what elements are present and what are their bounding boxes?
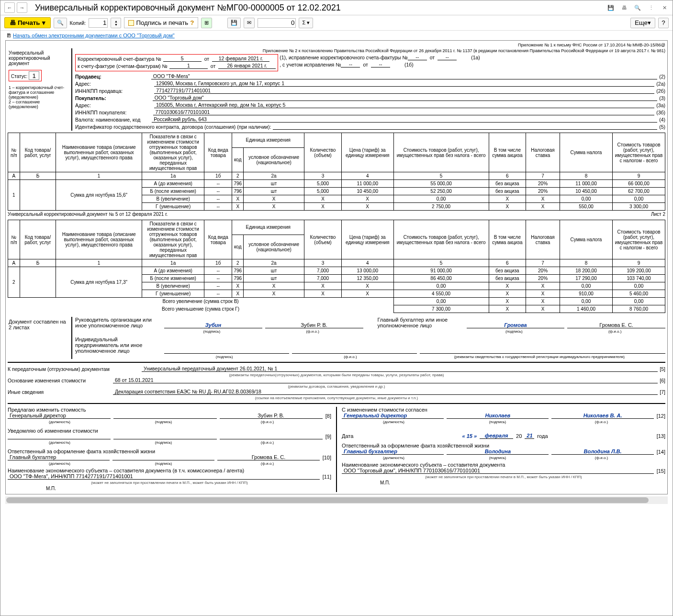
help-button[interactable]: ?	[658, 18, 669, 28]
status-legend: 1 – корректировочный счет-фактура и согл…	[9, 85, 68, 109]
amount-input[interactable]	[258, 18, 296, 28]
more-button[interactable]: Еще ▾	[630, 18, 655, 28]
preview-icon[interactable]: 🔍	[633, 3, 642, 12]
copies-stepper[interactable]: ▲▼	[111, 18, 121, 28]
seller-label: Продавец:	[75, 74, 103, 79]
seller-inn: 7714277191/771401001	[154, 88, 654, 94]
appendix-ref-1: Приложение № 1 к письму ФНС России от 17…	[8, 43, 665, 47]
copies-input[interactable]	[89, 18, 108, 28]
transfer-docs: Универсальный передаточный документ 26.0…	[142, 366, 658, 372]
document-icon: 🖹	[6, 33, 11, 38]
sheet-num: Лист 2	[651, 212, 665, 217]
seller-address: 129090, Москва г, Гиляровского ул, дом №…	[154, 80, 654, 87]
ukd-title: Универсальный корректировочный документ	[9, 50, 68, 66]
close-icon[interactable]: ✕	[660, 3, 669, 12]
edo-link-bar: 🖹 Начать обмен электронными документами …	[0, 31, 673, 40]
corr-inv-date: 12 февраля 2021 г.	[212, 56, 269, 62]
status-label: Статус:	[11, 74, 27, 79]
items-table-2: № п/п Код товара/ работ, услуг Наименова…	[8, 220, 665, 313]
checkbox-icon	[128, 20, 134, 26]
items-table-1: № п/п Код товара/ работ, услуг Наименова…	[8, 133, 665, 211]
more-icon[interactable]: ⋮	[647, 3, 655, 12]
corr-inv-num: 5	[163, 56, 202, 62]
correction-box: Корректировочный счет-фактура № 5 от 12 …	[75, 54, 278, 71]
buyer-inn: 7701030616/770101001	[153, 109, 654, 115]
buyer-name: ООО "Торговый дом"	[153, 95, 657, 101]
basis: 68 от 15.01.2021	[113, 377, 658, 383]
base-inv-label: к счету-фактуре (счетам-фактурам) №	[78, 63, 169, 69]
head-signature: Зубин	[164, 322, 262, 328]
mail-button[interactable]: ✉	[244, 18, 255, 28]
status-input[interactable]	[29, 71, 39, 80]
other-info: Декларация соответствия ЕАЭС № RU Д- RU.…	[113, 389, 658, 395]
printer-icon	[10, 19, 16, 26]
appendix-ref-2: Приложение № 2 к постановлению Правитель…	[75, 48, 665, 53]
disk-button[interactable]: 💾	[227, 18, 241, 28]
nav-forward-button[interactable]: →	[17, 2, 27, 13]
horizontal-scrollbar[interactable]	[5, 496, 668, 504]
zoom-button[interactable]: 🔍	[54, 18, 67, 28]
copies-label: Копий:	[70, 20, 86, 26]
buyer-address: 105005, Москва г, Аптекарский пер, дом №…	[154, 102, 654, 108]
document-area: Приложение № 1 к письму ФНС России от 17…	[0, 40, 673, 616]
base-inv-num: 1	[169, 63, 208, 69]
sigma-button[interactable]: Σ ▾	[299, 18, 313, 28]
corr-inv-label: Корректировочный счет-фактура №	[78, 56, 163, 62]
table-button[interactable]: ⊞	[201, 18, 212, 28]
buyer-label: Покупатель:	[75, 95, 108, 101]
base-inv-date: 26 января 2021 г.	[218, 63, 276, 69]
gov-contract	[273, 123, 657, 130]
window-title: Универсальный корректировочный документ …	[35, 3, 606, 13]
sheet-desc: Универсальный корректировочный документ …	[8, 212, 168, 217]
save-icon[interactable]: 💾	[606, 3, 615, 12]
head-fio: Зубин Р. В.	[265, 322, 363, 328]
sign-and-stamp-button[interactable]: Подпись и печать ?	[124, 17, 198, 28]
toolbar: Печать ▾ 🔍 Копий: ▲▼ Подпись и печать ? …	[0, 15, 673, 31]
status-box: Статус:	[9, 70, 42, 81]
seller-name: ООО "ТФ-Мега"	[151, 73, 657, 79]
warning-icon: ?	[190, 19, 194, 26]
acc-fio: Громова Е. С.	[567, 322, 665, 328]
nav-back-button[interactable]: ←	[4, 2, 15, 13]
start-edo-link[interactable]: Начать обмен электронными документами с …	[13, 33, 175, 38]
currency: Российский рубль, 643	[152, 116, 657, 123]
print-button[interactable]: Печать ▾	[4, 17, 51, 28]
acc-signature: Громова	[467, 322, 565, 328]
print-icon[interactable]: 🖶	[620, 3, 628, 12]
titlebar: ← → Универсальный корректировочный докум…	[0, 0, 673, 15]
